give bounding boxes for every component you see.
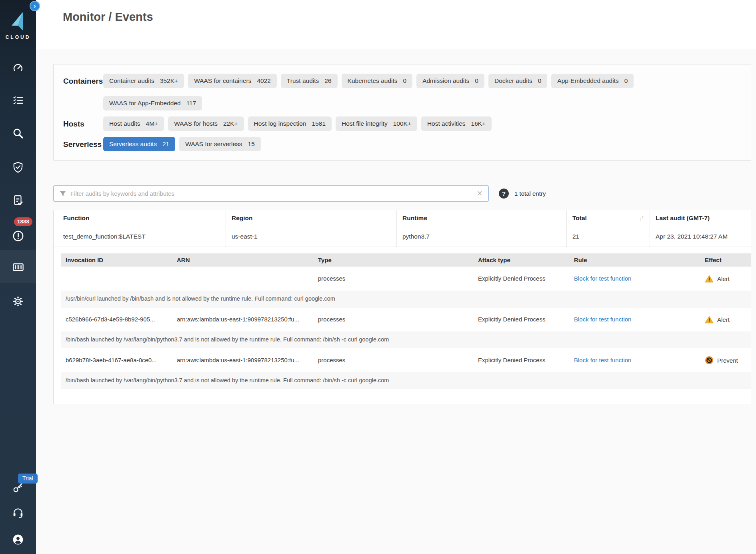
arn-cell: arn:aws:lambda:us-east-1:909978213250:fu…: [172, 348, 314, 372]
chip-container-audits[interactable]: Container audits352K+: [103, 74, 184, 88]
chip-waas-for-containers[interactable]: WAAS for containers4022: [188, 74, 277, 88]
chip-trust-audits[interactable]: Trust audits26: [281, 74, 338, 88]
search-icon: [12, 128, 24, 139]
sidebar-item-support[interactable]: [0, 508, 36, 518]
filter-bar: ×: [53, 185, 489, 202]
attack-type-cell: Explicitly Denied Process: [474, 307, 570, 331]
arn-cell: arn:aws:lambda:us-east-1:909978213250:fu…: [172, 307, 314, 331]
total-cell: 21: [566, 226, 650, 247]
column-header-function: Function: [54, 210, 226, 226]
chip-label: Admission audits: [422, 77, 469, 84]
chip-label: Host file integrity: [342, 120, 388, 127]
effect-cell: Alert: [700, 307, 751, 331]
sidebar-item-alerts[interactable]: [0, 230, 36, 242]
functions-table-header: Function Region Runtime Total ↓↑ Last au…: [54, 210, 751, 226]
category-row-containers: Containers Container audits352K+ WAAS fo…: [63, 74, 741, 110]
column-header-region: Region: [226, 210, 396, 226]
audits-inner-table: Invocation ID ARN Type Attack type Rule …: [61, 253, 751, 389]
chip-admission-audits[interactable]: Admission audits0: [416, 74, 484, 88]
chip-waas-for-serverless[interactable]: WAAS for serverless15: [179, 137, 261, 151]
column-header-last-audit: Last audit (GMT-7): [650, 210, 751, 226]
chip-label: App-Embedded audits: [557, 77, 618, 84]
chip-label: Serverless audits: [109, 141, 157, 148]
region-cell: us-east-1: [226, 226, 396, 247]
chip-docker-audits[interactable]: Docker audits0: [488, 74, 547, 88]
column-header-total-label: Total: [572, 210, 587, 226]
category-row-hosts: Hosts Host audits4M+ WAAS for hosts22K+ …: [63, 116, 741, 131]
chips-containers: Container audits352K+ WAAS for container…: [103, 74, 741, 110]
chip-host-audits[interactable]: Host audits4M+: [103, 116, 164, 131]
category-label: Containers: [63, 74, 103, 86]
chip-count: 4022: [257, 77, 270, 84]
chip-host-log-inspection[interactable]: Host log inspection1581: [248, 116, 332, 131]
audit-row[interactable]: c526b966-67d3-4e59-8b92-905... arn:aws:l…: [61, 307, 751, 331]
column-header-rule: Rule: [570, 253, 700, 267]
chevron-right-icon: ›: [34, 3, 36, 9]
prevent-icon: [705, 356, 714, 365]
sidebar-item-profile[interactable]: [0, 534, 36, 545]
chip-app-embedded-audits[interactable]: App-Embedded audits0: [551, 74, 634, 88]
chip-label: Container audits: [109, 77, 154, 84]
alert-triangle-icon: [705, 316, 714, 323]
audit-message: /bin/bash launched by /var/lang/bin/pyth…: [61, 372, 751, 389]
checklist-icon: [13, 96, 24, 105]
sidebar-item-audit-log[interactable]: [0, 195, 36, 206]
alert-triangle-icon: [705, 275, 714, 283]
chip-serverless-audits-selected[interactable]: Serverless audits21: [103, 137, 175, 151]
key-icon: [12, 482, 24, 493]
rule-link[interactable]: Block for test function: [574, 357, 631, 363]
chip-count: 0: [624, 77, 628, 84]
chip-count: 16K+: [471, 120, 486, 127]
chip-count: 117: [186, 100, 196, 107]
clear-filter-icon[interactable]: ×: [477, 189, 482, 198]
function-row[interactable]: test_demo_function:$LATEST us-east-1 pyt…: [54, 226, 751, 247]
profile-icon: [12, 534, 24, 545]
trial-badge: Trial: [18, 474, 38, 484]
app-window: CLOUD: [0, 0, 756, 554]
help-icon[interactable]: ?: [499, 189, 509, 199]
chips-hosts: Host audits4M+ WAAS for hosts22K+ Host l…: [103, 116, 741, 131]
sidebar-item-license[interactable]: [0, 482, 36, 493]
sidebar-item-containers[interactable]: [0, 262, 36, 272]
chip-waas-for-app-embedded[interactable]: WAAS for App-Embedded117: [103, 96, 202, 110]
chip-count: 21: [162, 141, 169, 148]
runtime-cell: python3.7: [396, 226, 566, 247]
sidebar-item-policies[interactable]: [0, 96, 36, 105]
column-header-runtime: Runtime: [396, 210, 566, 226]
shield-check-icon: [13, 162, 23, 173]
chip-label: Docker audits: [494, 77, 532, 84]
chip-host-activities[interactable]: Host activities16K+: [421, 116, 492, 131]
rule-link[interactable]: Block for test function: [574, 316, 631, 323]
chips-serverless: Serverless audits21 WAAS for serverless1…: [103, 137, 741, 151]
chip-label: WAAS for serverless: [185, 141, 242, 148]
gear-icon: [12, 296, 24, 307]
chip-kubernetes-audits[interactable]: Kubernetes audits0: [342, 74, 413, 88]
sidebar-item-search[interactable]: [0, 128, 36, 139]
sidebar-item-dashboard[interactable]: [0, 62, 36, 74]
invocation-id-cell: [61, 267, 172, 291]
audits-table-header: Invocation ID ARN Type Attack type Rule …: [61, 253, 751, 267]
category-label: Hosts: [63, 116, 103, 128]
column-header-invocation-id: Invocation ID: [61, 253, 172, 267]
chip-waas-for-hosts[interactable]: WAAS for hosts22K+: [168, 116, 244, 131]
effect-label: Alert: [717, 316, 730, 323]
effect-cell: Prevent: [700, 348, 751, 372]
logo-text: CLOUD: [0, 34, 36, 40]
audit-row[interactable]: b629b78f-3aeb-4167-ae8a-0ce0... arn:aws:…: [61, 348, 751, 372]
audit-row[interactable]: processes Explicitly Denied Process Bloc…: [61, 267, 751, 291]
filter-input[interactable]: [70, 190, 477, 197]
rule-link[interactable]: Block for test function: [574, 275, 631, 282]
sort-icon[interactable]: ↓↑: [640, 210, 644, 226]
chip-host-file-integrity[interactable]: Host file integrity100K+: [336, 116, 417, 131]
total-entries-label: 1 total entry: [514, 190, 546, 197]
chip-count: 0: [475, 77, 478, 84]
sidebar-item-defend[interactable]: [0, 162, 36, 173]
column-header-total[interactable]: Total ↓↑: [566, 210, 650, 226]
cloud-logo-icon: [8, 11, 28, 31]
cloud-logo[interactable]: CLOUD: [0, 11, 36, 40]
sidebar-item-settings[interactable]: [0, 296, 36, 307]
chip-label: Kubernetes audits: [348, 77, 398, 84]
type-cell: processes: [314, 307, 474, 331]
sidebar-expand-button[interactable]: ›: [30, 1, 40, 11]
main-content: Monitor / Events Containers Container au…: [36, 0, 756, 554]
